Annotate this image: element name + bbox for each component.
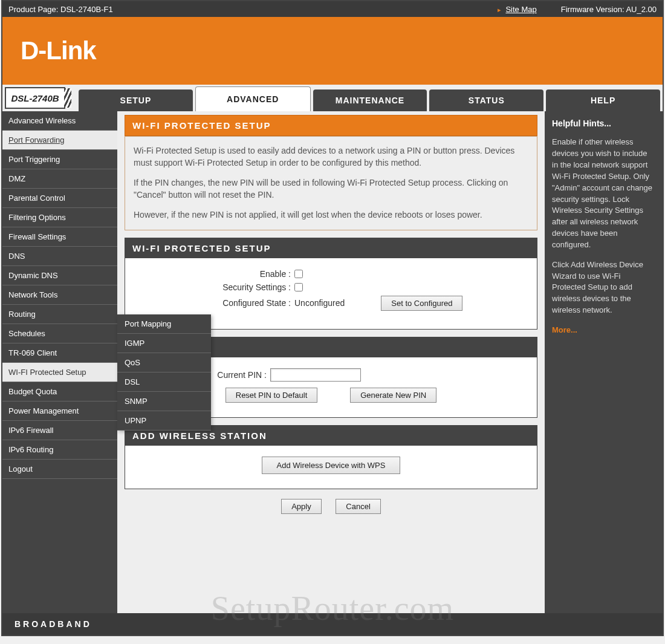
sidebar-item-schedules[interactable]: Schedules: [2, 324, 117, 343]
submenu-dsl[interactable]: DSL: [117, 372, 211, 392]
intro-p1: Wi-Fi Protected Setup is used to easily …: [134, 145, 528, 169]
help-sidebar: Helpful Hints... Enable if other wireles…: [545, 111, 663, 613]
sidebar-item-ipv6-routing[interactable]: IPv6 Routing: [2, 440, 117, 460]
tab-maintenance[interactable]: MAINTENANCE: [313, 89, 427, 111]
sidebar-item-routing[interactable]: Routing: [2, 305, 117, 324]
section-add-wireless: ADD WIRELESS STATION Add Wireless Device…: [125, 425, 537, 489]
sidebar-item-port-triggering[interactable]: Port Triggering: [2, 150, 117, 169]
reset-pin-button[interactable]: Reset PIN to Default: [225, 388, 318, 403]
footer: BROADBAND: [2, 613, 663, 635]
tab-setup[interactable]: SETUP: [79, 89, 193, 111]
submenu-igmp[interactable]: IGMP: [117, 334, 211, 353]
sidebar-item-wifi-protected-setup[interactable]: WI-FI Protected Setup: [2, 363, 117, 382]
intro-p3: However, if the new PIN is not applied, …: [134, 209, 528, 221]
top-bar: Product Page: DSL-2740B-F1 ▸ Site Map Fi…: [2, 1, 663, 17]
product-page-label: Product Page: DSL-2740B-F1: [8, 5, 113, 14]
tab-help[interactable]: HELP: [546, 89, 660, 111]
network-tools-submenu: Port Mapping IGMP QoS DSL SNMP UPNP: [117, 314, 211, 431]
apply-button[interactable]: Apply: [281, 499, 322, 514]
sidebar: Advanced Wireless Port Forwarding Port T…: [2, 111, 117, 613]
firmware-version: Firmware Version: AU_2.00: [561, 5, 657, 14]
sitemap-link[interactable]: ▸ Site Map: [498, 5, 561, 14]
sidebar-item-logout[interactable]: Logout: [2, 460, 117, 479]
submenu-qos[interactable]: QoS: [117, 353, 211, 372]
generate-pin-button[interactable]: Generate New PIN: [350, 388, 436, 403]
intro-p2: If the PIN changes, the new PIN will be …: [134, 177, 528, 201]
tabs: SETUP ADVANCED MAINTENANCE STATUS HELP: [66, 85, 663, 111]
page-description: Wi-Fi Protected Setup is used to easily …: [125, 136, 537, 230]
sidebar-item-power-management[interactable]: Power Management: [2, 402, 117, 421]
help-p1: Enable if other wireless devices you wis…: [552, 137, 655, 250]
action-buttons: Apply Cancel: [125, 499, 537, 514]
cancel-button[interactable]: Cancel: [336, 499, 380, 514]
sidebar-item-dynamic-dns[interactable]: Dynamic DNS: [2, 266, 117, 285]
section-wps-header: WI-FI PROTECTED SETUP: [125, 238, 537, 258]
model-badge: DSL-2740B: [5, 87, 65, 109]
sidebar-item-advanced-wireless[interactable]: Advanced Wireless: [2, 111, 117, 131]
submenu-upnp[interactable]: UPNP: [117, 411, 211, 431]
sidebar-item-network-tools[interactable]: Network Tools: [2, 285, 117, 305]
security-settings-checkbox[interactable]: [294, 283, 303, 291]
set-to-configured-button[interactable]: Set to Configured: [381, 296, 462, 311]
sidebar-item-dns[interactable]: DNS: [2, 247, 117, 266]
sidebar-item-parental-control[interactable]: Parental Control: [2, 189, 117, 208]
security-settings-label: Security Settings :: [137, 282, 294, 292]
nav-row: DSL-2740B SETUP ADVANCED MAINTENANCE STA…: [2, 85, 663, 111]
brand-banner: D-Link: [2, 17, 663, 85]
current-pin-input[interactable]: [270, 368, 361, 382]
configured-state-label: Configured State :: [137, 298, 294, 308]
tab-status[interactable]: STATUS: [429, 89, 543, 111]
body: Advanced Wireless Port Forwarding Port T…: [2, 111, 663, 613]
sidebar-item-dmz[interactable]: DMZ: [2, 169, 117, 189]
enable-checkbox[interactable]: [294, 270, 303, 278]
help-p2: Click Add Wireless Device Wizard to use …: [552, 259, 655, 316]
sidebar-item-ipv6-firewall[interactable]: IPv6 Firewall: [2, 421, 117, 440]
tab-advanced[interactable]: ADVANCED: [195, 86, 311, 111]
add-wireless-device-button[interactable]: Add Wireless Device with WPS: [262, 457, 401, 474]
help-title: Helpful Hints...: [552, 117, 655, 129]
bullet-icon: ▸: [498, 6, 501, 13]
configured-state-value: Unconfigured: [294, 298, 345, 308]
sidebar-item-filtering-options[interactable]: Filtering Options: [2, 208, 117, 227]
sidebar-item-tr069-client[interactable]: TR-069 Client: [2, 343, 117, 363]
submenu-snmp[interactable]: SNMP: [117, 392, 211, 411]
brand-logo: D-Link: [21, 36, 96, 65]
enable-label: Enable :: [137, 269, 294, 279]
sitemap-anchor[interactable]: Site Map: [505, 5, 536, 14]
submenu-port-mapping[interactable]: Port Mapping: [117, 314, 211, 334]
sidebar-item-budget-quota[interactable]: Budget Quota: [2, 382, 117, 402]
sidebar-item-firewall-settings[interactable]: Firewall Settings: [2, 227, 117, 247]
page-title: WI-FI PROTECTED SETUP: [125, 115, 537, 136]
sidebar-item-port-forwarding[interactable]: Port Forwarding: [2, 131, 117, 150]
help-more-link[interactable]: More...: [552, 325, 577, 334]
